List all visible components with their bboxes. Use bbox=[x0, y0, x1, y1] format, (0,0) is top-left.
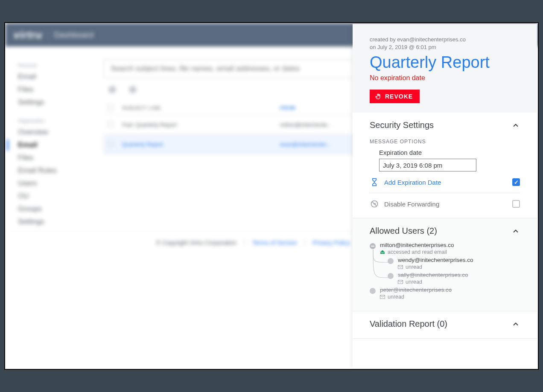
no-forward-icon bbox=[370, 199, 379, 209]
mail-icon bbox=[398, 280, 403, 284]
tree-connector bbox=[372, 250, 389, 284]
add-expiration-checkbox[interactable]: ✓ bbox=[512, 178, 520, 186]
security-settings-section: Security Settings MESSAGE OPTIONS Expira… bbox=[353, 113, 537, 218]
mail-icon bbox=[398, 265, 403, 269]
sidebar-item-users[interactable]: Users bbox=[18, 177, 96, 190]
allowed-user-row[interactable]: peter@initechenterprises.co unread bbox=[370, 287, 520, 300]
sidebar-item-personal-settings[interactable]: Settings bbox=[18, 96, 96, 109]
allowed-users-section: Allowed Users (2) milton@initechenterpri… bbox=[353, 218, 537, 311]
sidebar-item-personal-files[interactable]: Files bbox=[18, 83, 96, 96]
validation-report-title: Validation Report (0) bbox=[370, 319, 447, 329]
sidebar-item-overview[interactable]: Overview bbox=[18, 126, 96, 139]
disable-forwarding-checkbox[interactable] bbox=[512, 200, 520, 208]
user-dot-icon bbox=[370, 288, 376, 294]
allowed-users-title: Allowed Users (2) bbox=[370, 226, 437, 236]
user-email: milton@initechenterprises.co bbox=[380, 242, 520, 248]
sidebar-item-email-rules[interactable]: Email Rules bbox=[18, 164, 96, 177]
sidebar-item-files[interactable]: Files bbox=[18, 151, 96, 164]
toolbar-icon-2[interactable] bbox=[129, 86, 137, 93]
add-expiration-link[interactable]: Add Expiration Date bbox=[384, 179, 441, 186]
remove-user-icon[interactable] bbox=[370, 243, 376, 249]
allowed-users-list: milton@initechenterprises.co accessed an… bbox=[370, 242, 520, 300]
security-settings-title: Security Settings bbox=[370, 120, 434, 130]
message-options-label: MESSAGE OPTIONS bbox=[370, 139, 520, 145]
sidebar-item-features[interactable]: Features bbox=[18, 228, 96, 241]
user-email: peter@initechenterprises.co bbox=[380, 287, 520, 293]
chevron-up-icon bbox=[511, 121, 520, 130]
page-title: Dashboard bbox=[54, 30, 93, 40]
chevron-up-icon bbox=[511, 227, 520, 235]
footer-privacy[interactable]: Privacy Policy bbox=[312, 239, 350, 246]
row-subject: Quarterly Report bbox=[118, 135, 276, 154]
validation-report-section: Validation Report (0) bbox=[353, 311, 537, 339]
sidebar-group-personal: Personal bbox=[18, 63, 96, 68]
created-by-email: evan@initechenterprises.co bbox=[397, 36, 466, 43]
user-status: accessed and read email bbox=[388, 249, 447, 255]
detail-title: Quarterly Report bbox=[370, 53, 520, 72]
footer-tos[interactable]: Terms of Service bbox=[252, 239, 297, 246]
validation-report-toggle[interactable]: Validation Report (0) bbox=[370, 319, 520, 329]
no-expiration-label: No expiration date bbox=[370, 74, 520, 82]
row-checkbox[interactable] bbox=[108, 141, 114, 147]
user-email: wendy@initechenterprises.co bbox=[398, 257, 520, 263]
row-checkbox[interactable] bbox=[108, 121, 114, 127]
user-status: unread bbox=[406, 264, 422, 270]
sidebar-item-personal-email[interactable]: Email bbox=[18, 70, 96, 83]
user-status: unread bbox=[406, 279, 422, 285]
hourglass-icon bbox=[370, 177, 379, 187]
user-status: unread bbox=[388, 294, 404, 300]
brand-divider bbox=[48, 30, 49, 40]
chevron-up-icon bbox=[511, 320, 520, 328]
sidebar: Personal Email Files Settings Organizati… bbox=[5, 46, 103, 254]
sidebar-group-org: Organization bbox=[18, 118, 96, 123]
created-on: on July 2, 2019 @ 6:01 pm bbox=[370, 44, 436, 50]
select-all-checkbox[interactable] bbox=[108, 105, 114, 110]
allowed-user-row[interactable]: wendy@initechenterprises.co unread bbox=[388, 257, 520, 270]
hand-stop-icon bbox=[375, 93, 382, 100]
toolbar-icon-1[interactable] bbox=[108, 86, 116, 93]
disable-forwarding-label: Disable Forwarding bbox=[384, 200, 439, 208]
row-subject: Fwd: Quarterly Report bbox=[118, 115, 276, 135]
user-email: sally@initechenterprises.co bbox=[398, 272, 520, 278]
sidebar-item-ou[interactable]: OU bbox=[18, 190, 96, 203]
detail-panel: created by evan@initechenterprises.co on… bbox=[353, 24, 537, 368]
brand-logo: virtru bbox=[14, 29, 42, 41]
allowed-user-row[interactable]: sally@initechenterprises.co unread bbox=[388, 272, 520, 285]
col-subject[interactable]: SUBJECT LINE bbox=[118, 101, 276, 115]
expiration-date-input[interactable] bbox=[379, 159, 476, 171]
security-settings-toggle[interactable]: Security Settings bbox=[370, 120, 520, 130]
sidebar-item-plan-billing[interactable]: Plan & Billing bbox=[18, 241, 96, 254]
sidebar-item-settings[interactable]: Settings bbox=[18, 215, 96, 228]
created-by-label: created by bbox=[370, 36, 397, 43]
allowed-users-toggle[interactable]: Allowed Users (2) bbox=[370, 226, 520, 236]
expiration-date-label: Expiration date bbox=[379, 149, 520, 156]
detail-header: created by evan@initechenterprises.co on… bbox=[353, 24, 537, 113]
footer-copyright: © Copyright Virtru Corporation bbox=[156, 239, 236, 246]
revoke-button[interactable]: REVOKE bbox=[370, 90, 420, 103]
mail-icon bbox=[380, 295, 385, 299]
revoke-label: REVOKE bbox=[385, 93, 413, 100]
sidebar-item-groups[interactable]: Groups bbox=[18, 203, 96, 215]
sidebar-item-email[interactable]: Email bbox=[18, 139, 96, 151]
allowed-user-row[interactable]: milton@initechenterprises.co accessed an… bbox=[370, 242, 520, 255]
